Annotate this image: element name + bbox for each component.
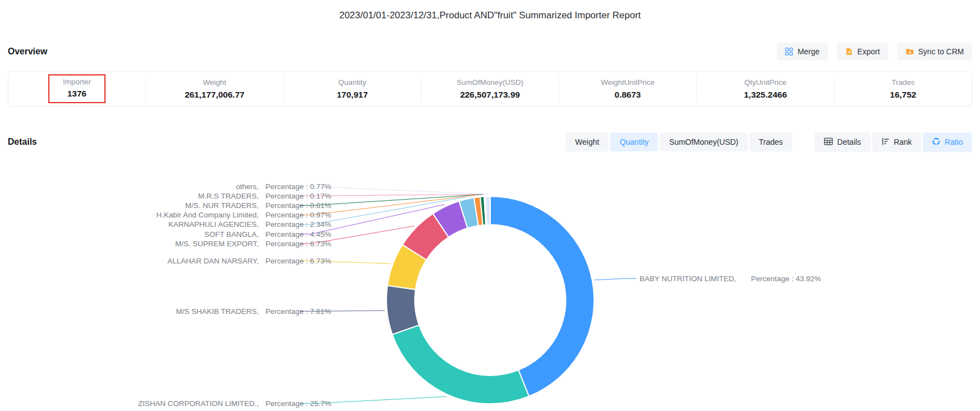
stat-quantity: Quantity170,917 [284, 76, 421, 102]
importer-report-page: 2023/01/01-2023/12/31,Product AND"fruit"… [0, 0, 980, 411]
stat-label: Weight [203, 78, 227, 88]
button-label: Details [837, 138, 861, 146]
stat-importer: Importer1376 [8, 76, 146, 102]
importer-ratio-donut-chart: others,Percentage : 0.77%M.R.S TRADERS,P… [0, 156, 980, 411]
details-header-row: Details WeightQuantitySumOfMoney(USD)Tra… [8, 131, 972, 153]
pie-label: M/S. SUPREM EXPORT, [175, 240, 259, 248]
details-controls: WeightQuantitySumOfMoney(USD)Trades Deta… [566, 133, 972, 152]
stat-value: 16,752 [890, 90, 916, 100]
stat-stack: WeightUnitPrice0.8673 [601, 78, 655, 99]
merge-button[interactable]: Merge [777, 43, 828, 60]
tab-trades[interactable]: Trades [750, 133, 792, 151]
stat-value: 1,325.2466 [744, 90, 787, 100]
stat-qtyunitprice: QtyUnitPrice1,325.2466 [697, 76, 835, 102]
pie-segment-m-s-shakib-traders[interactable] [386, 286, 419, 334]
pie-label: Percentage : 2.34% [265, 220, 331, 229]
pie-label: BABY NUTRITION LIMITED, [640, 275, 736, 283]
pie-label: M/S. NUR TRADERS, [185, 201, 259, 210]
stat-value: 0.8673 [615, 90, 641, 100]
tab-weight[interactable]: Weight [566, 133, 609, 151]
pie-segment-zishan-corporation-limited[interactable] [393, 325, 529, 404]
pie-label: others, [236, 182, 259, 191]
button-label: Merge [797, 47, 820, 56]
details-view-button[interactable]: Details [815, 133, 871, 152]
stat-label: Importer [63, 77, 91, 87]
pie-label: KARNAPHULI AGENCIES, [168, 220, 259, 229]
importer-ratio-chart-area: others,Percentage : 0.77%M.R.S TRADERS,P… [0, 156, 980, 411]
stat-weightunitprice: WeightUnitPrice0.8673 [559, 76, 697, 102]
pie-label: Percentage : 6.73% [265, 240, 331, 248]
stat-value: 170,917 [336, 90, 368, 100]
pie-label: Percentage : 0.17% [265, 192, 331, 200]
ratio-view-button[interactable]: Ratio [923, 133, 972, 152]
button-label: Export [857, 47, 880, 56]
button-label: Sync to CRM [918, 47, 964, 56]
button-label: Rank [894, 138, 912, 146]
stat-label: QtyUnitPrice [745, 78, 787, 88]
stat-sumofmoney-usd: SumOfMoney(USD)226,507,173.99 [421, 76, 559, 102]
pie-label: SOFT BANGLA, [204, 230, 259, 239]
stat-label: SumOfMoney(USD) [456, 78, 523, 88]
metric-tab-group: WeightQuantitySumOfMoney(USD)Trades [566, 133, 792, 151]
pie-label: Percentage : 7.61% [265, 307, 331, 316]
pie-label: Percentage : 43.92% [751, 275, 821, 283]
stat-stack: SumOfMoney(USD)226,507,173.99 [456, 78, 523, 99]
pie-label: H.Kabir And Company Limited, [156, 211, 259, 219]
pie-label: M.R.S TRADERS, [198, 192, 259, 200]
pie-label: Percentage : 0.97% [265, 211, 331, 219]
pie-label: Percentage : 25.7% [265, 399, 331, 408]
pie-segment-others[interactable] [485, 196, 490, 225]
stat-value: 226,507,173.99 [460, 90, 520, 100]
sync-to-crm-button[interactable]: Sync to CRM [897, 43, 972, 60]
pie-label: Percentage : 0.77% [265, 182, 331, 191]
button-label: Ratio [944, 138, 963, 146]
stat-value: 261,177,006.77 [185, 90, 245, 100]
pie-label: Percentage : 0.61% [265, 201, 331, 210]
export-button[interactable]: Export [837, 43, 888, 60]
pie-label: ZISHAN CORPORATION LIMITED., [138, 399, 259, 408]
stat-weight: Weight261,177,006.77 [146, 76, 284, 102]
tab-sumofmoney-usd[interactable]: SumOfMoney(USD) [660, 133, 747, 151]
overview-actions: MergeExportSync to CRM [777, 43, 972, 60]
sync-folder-icon [906, 48, 914, 55]
stat-label: WeightUnitPrice [601, 78, 655, 88]
overview-stats-card: Importer1376Weight261,177,006.77Quantity… [8, 71, 972, 106]
pie-label: Percentage : 4.45% [265, 230, 331, 239]
stat-stack: Trades16,752 [890, 78, 916, 99]
pie-label: M/S SHAKIB TRADERS, [176, 307, 259, 316]
stat-stack: Weight261,177,006.77 [185, 78, 245, 99]
overview-header-row: Overview MergeExportSync to CRM [8, 41, 972, 62]
highlight-box: Importer1376 [48, 74, 105, 103]
details-heading: Details [8, 137, 37, 147]
stat-trades: Trades16,752 [835, 76, 972, 102]
pie-segment-baby-nutrition-limited[interactable] [490, 196, 594, 397]
stat-value: 1376 [67, 89, 86, 99]
export-icon [845, 48, 853, 55]
stat-label: Trades [892, 78, 915, 88]
pie-label-line [595, 278, 636, 280]
pie-label: ALLAHAR DAN NARSARY, [167, 257, 259, 265]
stat-stack: QtyUnitPrice1,325.2466 [744, 78, 787, 99]
ratio-icon [932, 138, 940, 147]
overview-heading: Overview [8, 47, 47, 57]
merge-icon [785, 48, 793, 55]
page-title: 2023/01/01-2023/12/31,Product AND"fruit"… [0, 10, 980, 21]
table-icon [824, 138, 833, 147]
stat-label: Quantity [338, 78, 366, 88]
tab-quantity[interactable]: Quantity [610, 133, 658, 151]
stat-stack: Quantity170,917 [336, 78, 368, 99]
rank-icon [882, 138, 889, 147]
rank-view-button[interactable]: Rank [872, 133, 922, 152]
pie-label: Percentage : 6.73% [265, 257, 331, 265]
view-mode-group: DetailsRankRatio [815, 133, 972, 152]
